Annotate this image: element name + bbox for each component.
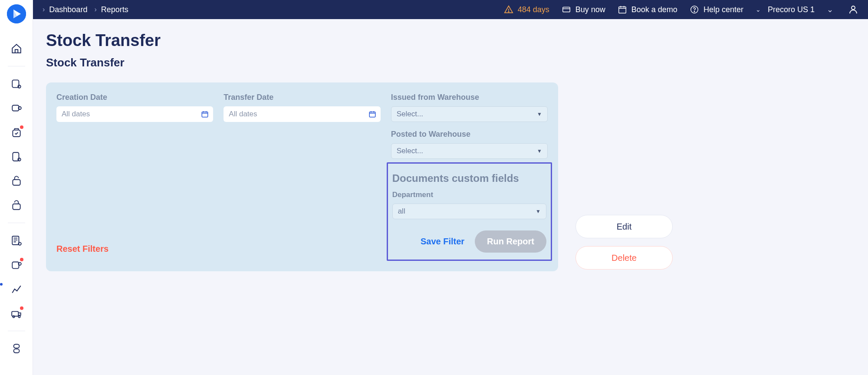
nav-separator-2: [8, 223, 25, 223]
nav-separator: [8, 66, 25, 66]
caret-down-icon: ▼: [537, 111, 542, 117]
warning-icon: [504, 5, 513, 14]
chevron-down-icon[interactable]: ⌄: [827, 5, 833, 14]
posted-label: Posted to Warehouse: [391, 130, 548, 139]
home-icon[interactable]: [10, 43, 23, 55]
chevron-right-icon: ›: [43, 6, 45, 13]
svg-rect-10: [12, 236, 19, 245]
nav-active-indicator: [0, 283, 3, 286]
left-nav: [0, 0, 33, 375]
svg-rect-21: [619, 7, 626, 13]
nav-icon-2[interactable]: [10, 102, 23, 114]
svg-rect-14: [12, 312, 18, 316]
edit-button[interactable]: Edit: [575, 215, 673, 238]
page-title: Stock Transfer: [46, 31, 855, 50]
nav-icon-5[interactable]: [10, 175, 23, 187]
nav-icon-1[interactable]: [10, 78, 23, 90]
svg-rect-12: [12, 262, 19, 269]
svg-point-23: [694, 11, 694, 12]
department-select-value: all: [398, 207, 405, 216]
svg-point-7: [18, 158, 21, 161]
caret-down-icon: ▼: [537, 148, 542, 154]
svg-rect-18: [13, 349, 19, 353]
app-logo[interactable]: [7, 4, 26, 23]
svg-rect-25: [202, 112, 208, 117]
department-select[interactable]: all ▼: [392, 204, 546, 219]
nav-icon-8[interactable]: [10, 259, 23, 271]
filter-panel: Creation Date Transfer Date: [46, 82, 558, 271]
custom-fields-title: Documents custom fields: [392, 172, 546, 184]
nav-icon-3[interactable]: [10, 126, 23, 138]
issued-select[interactable]: Select... ▼: [391, 106, 548, 122]
custom-fields-highlight: Documents custom fields Department all ▼…: [387, 162, 552, 261]
breadcrumb-dashboard[interactable]: Dashboard: [49, 5, 87, 14]
nav-icon-9[interactable]: [10, 307, 23, 319]
chevron-right-icon: ›: [94, 6, 96, 13]
nav-icon-7[interactable]: [10, 234, 23, 247]
page-subtitle: Stock Transfer: [46, 56, 855, 69]
svg-rect-17: [13, 344, 19, 348]
calendar-icon[interactable]: [368, 110, 376, 118]
warehouse-col: Issued from Warehouse Select... ▼ Posted…: [391, 93, 548, 261]
transfer-date-label: Transfer Date: [224, 93, 380, 102]
caret-down-icon: ▼: [536, 208, 541, 214]
svg-rect-20: [563, 7, 570, 12]
calendar-icon[interactable]: [201, 110, 209, 118]
trial-days-text: 484 days: [518, 5, 549, 14]
side-actions: Edit Delete: [575, 82, 673, 270]
creation-date-label: Creation Date: [56, 93, 213, 102]
nav-icon-4[interactable]: [10, 151, 23, 163]
svg-rect-26: [369, 112, 375, 117]
org-selector[interactable]: ⌄ Precoro US 1: [756, 5, 815, 14]
nav-separator-3: [8, 331, 25, 331]
posted-select-value: Select...: [397, 147, 423, 155]
run-report-button[interactable]: Run Report: [475, 230, 546, 253]
breadcrumb-reports[interactable]: Reports: [101, 5, 128, 14]
department-label: Department: [392, 191, 546, 199]
svg-point-2: [18, 85, 21, 88]
buy-now-text: Buy now: [575, 5, 605, 14]
book-demo-text: Book a demo: [631, 5, 677, 14]
main: Stock Transfer Stock Transfer Creation D…: [33, 19, 868, 375]
book-demo[interactable]: Book a demo: [618, 5, 677, 14]
creation-date-input-wrap[interactable]: [56, 106, 213, 122]
nav-icon-10[interactable]: [10, 342, 23, 355]
transfer-date-input-wrap[interactable]: [224, 106, 380, 122]
issued-label: Issued from Warehouse: [391, 93, 548, 102]
svg-rect-9: [13, 204, 20, 210]
creation-date-col: Creation Date: [56, 93, 213, 261]
reports-icon[interactable]: [10, 283, 23, 295]
reset-filters-button[interactable]: Reset Filters: [56, 244, 108, 253]
buy-now[interactable]: Buy now: [562, 5, 605, 14]
nav-icon-6[interactable]: [10, 199, 23, 211]
delete-button[interactable]: Delete: [575, 246, 673, 270]
save-filter-button[interactable]: Save Filter: [421, 237, 464, 247]
trial-days[interactable]: 484 days: [504, 5, 549, 14]
help-center[interactable]: Help center: [690, 5, 743, 14]
help-icon: [690, 5, 699, 14]
svg-point-15: [13, 316, 14, 317]
org-name: Precoro US 1: [768, 5, 815, 14]
help-center-text: Help center: [704, 5, 743, 14]
svg-point-19: [508, 11, 509, 12]
calendar-icon: [618, 5, 627, 14]
card-icon: [562, 5, 571, 14]
top-bar: › Dashboard › Reports 484 days Buy now B…: [33, 0, 868, 19]
svg-rect-3: [12, 105, 19, 111]
svg-rect-8: [13, 180, 20, 185]
transfer-date-col: Transfer Date: [224, 93, 380, 261]
user-icon[interactable]: [848, 4, 858, 15]
posted-select[interactable]: Select... ▼: [391, 143, 548, 159]
transfer-date-input[interactable]: [229, 110, 363, 118]
svg-point-16: [18, 316, 20, 317]
creation-date-input[interactable]: [62, 110, 196, 118]
chevron-down-icon: ⌄: [756, 6, 761, 13]
svg-point-24: [852, 6, 855, 10]
top-right: 484 days Buy now Book a demo Help center…: [504, 4, 858, 15]
issued-select-value: Select...: [397, 110, 423, 118]
